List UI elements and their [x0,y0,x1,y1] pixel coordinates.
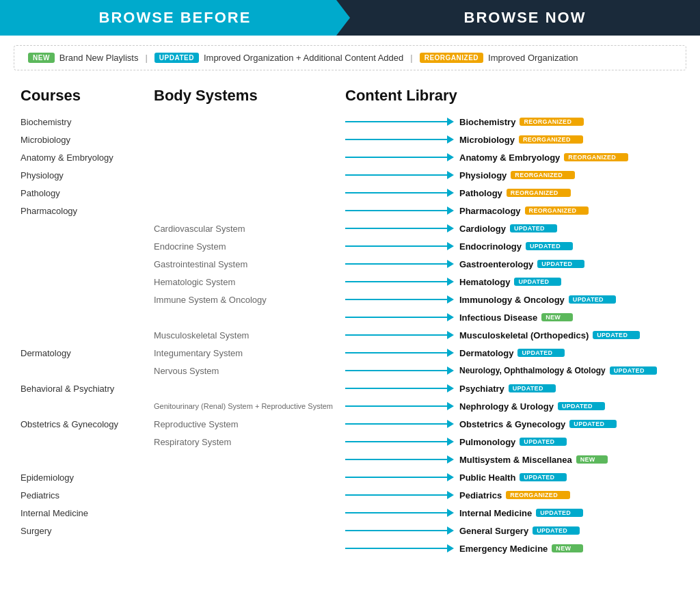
arrow-head [447,278,454,286]
content-label: Neurology, Ophthalmology & Otology [459,366,606,375]
line [345,405,447,407]
course-cell: Biochemistry [21,117,154,127]
content-cell: CardiologyUPDATED [454,224,679,234]
legend-new: NEW Brand New Playlists [28,53,138,63]
table-row: Internal MedicineInternal MedicineUPDATE… [21,504,679,522]
arrow-head [447,171,454,179]
new-badge: NEW [541,313,573,321]
content-label: Public Health [459,472,515,483]
legend: NEW Brand New Playlists | UPDATED Improv… [14,45,686,70]
line [345,317,447,318]
course-cell: Internal Medicine [21,508,154,518]
courses-header: Courses [21,87,154,105]
body-cell: Immune System & Oncology [154,295,345,305]
connector-cell [345,522,454,539]
table-row: Hematologic SystemHematologyUPDATED [21,273,679,291]
table-row: PharmacologyPharmacologyREORGANIZED [21,202,679,219]
connector-cell [345,539,454,557]
new-badge: NEW [576,455,608,464]
body-cell: Respiratory System [154,437,345,447]
updated-badge: UPDATED [558,402,605,410]
updated-badge: UPDATED [509,384,556,392]
line [345,263,447,265]
content-cell: PsychiatryUPDATED [454,384,679,394]
arrow-head [447,384,454,392]
updated-badge: UPDATED [526,242,573,250]
arrow-head [447,526,454,535]
connector-cell [345,504,454,522]
body-cell: Musculoskeletal System [154,330,345,341]
header: BROWSE BEFORE BROWSE NOW [0,0,700,36]
table-row: Respiratory SystemPulmonologyUPDATED [21,433,679,451]
body-cell: Nervous System [154,366,345,376]
line [345,139,447,140]
connector-cell [345,486,454,504]
content-cell: BiochemistryREORGANIZED [454,117,679,127]
connector-cell [345,379,454,397]
arrow-head [447,242,454,250]
arrow-head [447,224,454,232]
new-description: Brand New Playlists [59,53,139,63]
course-cell: Pediatrics [21,490,154,500]
course-cell: Obstetrics & Gynecology [21,419,154,429]
updated-description: Improved Organization + Additional Conte… [204,53,403,63]
connector-cell [345,291,454,308]
content-label: Musculoskeletal (Orthopedics) [459,330,589,341]
content-label: Emergency Medicine [459,544,548,554]
line [345,121,447,122]
line [345,459,447,460]
content-cell: PulmonologyUPDATED [454,437,679,447]
course-cell: Dermatology [21,348,154,358]
arrow-head [447,135,454,144]
content-label: Dermatology [459,348,513,358]
arrow-head [447,402,454,410]
arrow-head [447,366,454,375]
arrow-head [447,260,454,268]
table-row: Endocrine SystemEndocrinologyUPDATED [21,237,679,255]
content-cell: DermatologyUPDATED [454,348,679,358]
connector-cell [345,468,454,486]
updated-badge: UPDATED [517,349,565,357]
content-label: Endocrinology [459,241,522,252]
content-cell: Nephrology & UrologyUPDATED [454,401,679,412]
content-cell: Multisystem & MiscellaneaNEW [454,455,679,465]
content-cell: PathologyREORGANIZED [454,188,679,198]
reorganized-badge: REORGANIZED [525,206,589,215]
line [345,352,447,353]
arrow-head [447,295,454,304]
line [345,299,447,300]
line [345,210,447,211]
body-cell: Cardiovascular System [154,224,345,234]
legend-reorganized: REORGANIZED Improved Organization [420,53,578,63]
body-header: Body Systems [154,87,345,105]
course-cell: Microbiology [21,135,154,145]
content-cell: GastroenterologyUPDATED [454,259,679,269]
arrow-head [447,331,454,339]
arrow-head [447,349,454,357]
arrow-head [447,206,454,215]
updated-badge: UPDATED [537,260,584,268]
connector-cell [345,451,454,468]
arrow-head [447,509,454,517]
course-cell: Epidemiology [21,472,154,483]
table-row: Obstetrics & GynecologyReproductive Syst… [21,415,679,433]
line [345,157,447,158]
updated-badge: UPDATED [154,53,199,63]
line [345,245,447,247]
arrow-head [447,118,454,126]
body-cell: Hematologic System [154,277,345,287]
reorganized-badge: REORGANIZED [519,135,583,144]
content-label: Nephrology & Urology [459,401,554,412]
connector-cell [345,308,454,326]
course-cell: Pharmacology [21,206,154,216]
table-row: SurgeryGeneral SurgeryUPDATED [21,522,679,539]
arrow-head [447,455,454,464]
connector-cell [345,344,454,362]
arrow-head [447,313,454,321]
arrow-head [447,420,454,428]
content-label: Pulmonology [459,437,515,447]
updated-badge: UPDATED [536,509,583,517]
arrow-head [447,153,454,161]
content-cell: Anatomy & EmbryologyREORGANIZED [454,152,679,163]
line [345,370,447,371]
